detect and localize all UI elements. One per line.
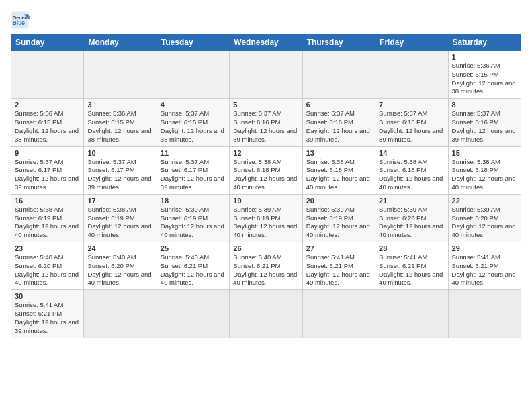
calendar-cell	[157, 290, 229, 338]
day-number: 18	[161, 197, 226, 205]
calendar-cell: 5Sunrise: 5:37 AM Sunset: 6:16 PM Daylig…	[230, 99, 302, 146]
day-info: Sunrise: 5:40 AM Sunset: 6:21 PM Dayligh…	[233, 253, 298, 287]
calendar-cell: 30Sunrise: 5:41 AM Sunset: 6:21 PM Dayli…	[11, 290, 84, 338]
calendar-cell: 13Sunrise: 5:38 AM Sunset: 6:18 PM Dayli…	[302, 146, 375, 194]
day-info: Sunrise: 5:37 AM Sunset: 6:16 PM Dayligh…	[306, 109, 371, 144]
logo: General Blue	[11, 11, 32, 30]
calendar: SundayMondayTuesdayWednesdayThursdayFrid…	[11, 34, 521, 338]
calendar-week-row: 23Sunrise: 5:40 AM Sunset: 6:20 PM Dayli…	[11, 242, 521, 290]
day-info: Sunrise: 5:41 AM Sunset: 6:21 PM Dayligh…	[306, 253, 371, 287]
svg-text:Blue: Blue	[13, 19, 25, 26]
day-info: Sunrise: 5:38 AM Sunset: 6:18 PM Dayligh…	[233, 158, 298, 192]
calendar-cell: 29Sunrise: 5:41 AM Sunset: 6:21 PM Dayli…	[448, 242, 521, 290]
calendar-week-row: 16Sunrise: 5:38 AM Sunset: 6:19 PM Dayli…	[11, 194, 521, 242]
day-info: Sunrise: 5:37 AM Sunset: 6:17 PM Dayligh…	[15, 158, 80, 192]
calendar-cell: 21Sunrise: 5:39 AM Sunset: 6:20 PM Dayli…	[375, 194, 448, 242]
calendar-cell	[84, 290, 157, 338]
day-info: Sunrise: 5:37 AM Sunset: 6:16 PM Dayligh…	[233, 109, 298, 144]
calendar-cell	[448, 290, 521, 338]
day-info: Sunrise: 5:36 AM Sunset: 6:15 PM Dayligh…	[87, 109, 152, 144]
day-number: 19	[233, 197, 298, 205]
calendar-cell: 6Sunrise: 5:37 AM Sunset: 6:16 PM Daylig…	[302, 99, 375, 146]
weekday-header-monday: Monday	[84, 34, 157, 51]
day-info: Sunrise: 5:40 AM Sunset: 6:21 PM Dayligh…	[161, 253, 226, 287]
calendar-cell: 4Sunrise: 5:37 AM Sunset: 6:15 PM Daylig…	[157, 99, 229, 146]
day-number: 8	[452, 101, 517, 109]
weekday-header-saturday: Saturday	[448, 34, 521, 51]
day-info: Sunrise: 5:41 AM Sunset: 6:21 PM Dayligh…	[452, 253, 517, 287]
day-number: 25	[161, 244, 226, 253]
calendar-cell	[302, 51, 375, 99]
day-info: Sunrise: 5:39 AM Sunset: 6:20 PM Dayligh…	[452, 205, 517, 240]
calendar-cell: 2Sunrise: 5:36 AM Sunset: 6:15 PM Daylig…	[11, 99, 84, 146]
day-number: 24	[87, 244, 152, 253]
calendar-cell: 24Sunrise: 5:40 AM Sunset: 6:20 PM Dayli…	[84, 242, 157, 290]
calendar-cell	[11, 51, 84, 99]
day-info: Sunrise: 5:39 AM Sunset: 6:19 PM Dayligh…	[306, 205, 371, 240]
calendar-week-row: 1Sunrise: 5:36 AM Sunset: 6:15 PM Daylig…	[11, 51, 521, 99]
weekday-header-thursday: Thursday	[302, 34, 375, 51]
day-info: Sunrise: 5:38 AM Sunset: 6:19 PM Dayligh…	[15, 205, 80, 240]
calendar-cell: 19Sunrise: 5:39 AM Sunset: 6:19 PM Dayli…	[230, 194, 302, 242]
day-number: 23	[15, 244, 80, 253]
day-number: 17	[87, 197, 152, 205]
day-info: Sunrise: 5:37 AM Sunset: 6:16 PM Dayligh…	[452, 109, 517, 144]
day-number: 5	[233, 101, 298, 109]
day-info: Sunrise: 5:36 AM Sunset: 6:15 PM Dayligh…	[15, 109, 80, 144]
calendar-cell: 18Sunrise: 5:39 AM Sunset: 6:19 PM Dayli…	[157, 194, 229, 242]
day-number: 2	[15, 101, 80, 109]
calendar-week-row: 2Sunrise: 5:36 AM Sunset: 6:15 PM Daylig…	[11, 99, 521, 146]
calendar-cell	[230, 290, 302, 338]
header: General Blue	[11, 11, 521, 30]
day-info: Sunrise: 5:41 AM Sunset: 6:21 PM Dayligh…	[379, 253, 444, 287]
weekday-header-friday: Friday	[375, 34, 448, 51]
calendar-cell: 22Sunrise: 5:39 AM Sunset: 6:20 PM Dayli…	[448, 194, 521, 242]
weekday-header-sunday: Sunday	[11, 34, 84, 51]
day-number: 9	[15, 149, 80, 157]
day-info: Sunrise: 5:38 AM Sunset: 6:18 PM Dayligh…	[306, 158, 371, 192]
day-number: 28	[379, 244, 444, 253]
day-number: 4	[161, 101, 226, 109]
day-number: 15	[452, 149, 517, 157]
calendar-cell: 11Sunrise: 5:37 AM Sunset: 6:17 PM Dayli…	[157, 146, 229, 194]
day-number: 22	[452, 197, 517, 205]
calendar-cell	[157, 51, 229, 99]
day-number: 12	[233, 149, 298, 157]
day-number: 21	[379, 197, 444, 205]
day-info: Sunrise: 5:38 AM Sunset: 6:19 PM Dayligh…	[87, 205, 152, 240]
calendar-cell: 28Sunrise: 5:41 AM Sunset: 6:21 PM Dayli…	[375, 242, 448, 290]
day-info: Sunrise: 5:38 AM Sunset: 6:18 PM Dayligh…	[379, 158, 444, 192]
day-info: Sunrise: 5:40 AM Sunset: 6:20 PM Dayligh…	[87, 253, 152, 287]
calendar-cell	[375, 290, 448, 338]
calendar-cell	[302, 290, 375, 338]
calendar-cell: 14Sunrise: 5:38 AM Sunset: 6:18 PM Dayli…	[375, 146, 448, 194]
day-info: Sunrise: 5:39 AM Sunset: 6:20 PM Dayligh…	[379, 205, 444, 240]
day-info: Sunrise: 5:37 AM Sunset: 6:15 PM Dayligh…	[161, 109, 226, 144]
calendar-cell	[375, 51, 448, 99]
calendar-cell: 15Sunrise: 5:38 AM Sunset: 6:18 PM Dayli…	[448, 146, 521, 194]
day-info: Sunrise: 5:37 AM Sunset: 6:16 PM Dayligh…	[379, 109, 444, 144]
day-number: 1	[452, 53, 517, 61]
calendar-cell: 23Sunrise: 5:40 AM Sunset: 6:20 PM Dayli…	[11, 242, 84, 290]
calendar-cell: 17Sunrise: 5:38 AM Sunset: 6:19 PM Dayli…	[84, 194, 157, 242]
calendar-cell: 3Sunrise: 5:36 AM Sunset: 6:15 PM Daylig…	[84, 99, 157, 146]
day-number: 13	[306, 149, 371, 157]
calendar-cell: 16Sunrise: 5:38 AM Sunset: 6:19 PM Dayli…	[11, 194, 84, 242]
day-info: Sunrise: 5:39 AM Sunset: 6:19 PM Dayligh…	[233, 205, 298, 240]
day-number: 27	[306, 244, 371, 253]
day-number: 7	[379, 101, 444, 109]
calendar-week-row: 9Sunrise: 5:37 AM Sunset: 6:17 PM Daylig…	[11, 146, 521, 194]
day-info: Sunrise: 5:38 AM Sunset: 6:18 PM Dayligh…	[452, 158, 517, 192]
calendar-week-row: 30Sunrise: 5:41 AM Sunset: 6:21 PM Dayli…	[11, 290, 521, 338]
day-number: 14	[379, 149, 444, 157]
day-number: 3	[87, 101, 152, 109]
day-number: 6	[306, 101, 371, 109]
calendar-cell: 10Sunrise: 5:37 AM Sunset: 6:17 PM Dayli…	[84, 146, 157, 194]
day-info: Sunrise: 5:39 AM Sunset: 6:19 PM Dayligh…	[161, 205, 226, 240]
calendar-cell	[84, 51, 157, 99]
day-number: 30	[15, 292, 80, 300]
calendar-cell: 27Sunrise: 5:41 AM Sunset: 6:21 PM Dayli…	[302, 242, 375, 290]
calendar-cell: 7Sunrise: 5:37 AM Sunset: 6:16 PM Daylig…	[375, 99, 448, 146]
calendar-cell: 25Sunrise: 5:40 AM Sunset: 6:21 PM Dayli…	[157, 242, 229, 290]
day-number: 26	[233, 244, 298, 253]
